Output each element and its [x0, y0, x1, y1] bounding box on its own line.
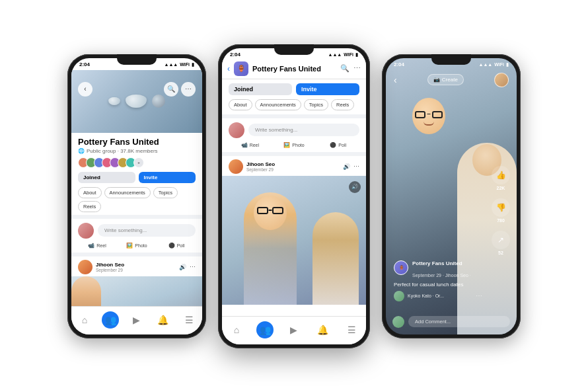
- status-icons-2: ▲▲▲ WiFi ▮: [328, 52, 358, 58]
- tab-reels-1[interactable]: Reels: [78, 201, 101, 212]
- channel-row-3: 🏺 Pottery Fans United September 29 · Jih…: [394, 256, 482, 280]
- bottom-nav-2: ⌂ 👥 ▶ 🔔 ☰: [222, 316, 366, 344]
- back-button-1[interactable]: ‹: [78, 82, 92, 97]
- comment-input-inner-3: Add Comment...: [392, 316, 510, 328]
- like-count-3: 22K: [497, 186, 505, 190]
- globe-icon-1: 🌐: [78, 148, 85, 154]
- nav-groups-1[interactable]: 👥: [102, 311, 119, 329]
- battery-icon-3: ▮: [506, 62, 509, 67]
- bowl-ball-1: [152, 95, 165, 108]
- user-avatar-2: [229, 122, 244, 138]
- nav-bell-1[interactable]: 🔔: [153, 311, 172, 329]
- comment-user-avatar-3: [392, 316, 404, 328]
- tab-about-1[interactable]: About: [78, 187, 102, 198]
- signal-icon-1: ▲▲▲: [164, 62, 178, 67]
- post-header-2: Jihoon Seo September 29 🔊 ⋯: [222, 156, 366, 176]
- sound-icon-1[interactable]: 🔊: [179, 264, 186, 270]
- member-avatar-more: +: [133, 157, 144, 168]
- reel-icon-1: 📹: [88, 243, 94, 249]
- poll-button-2[interactable]: ⚫ Poll: [316, 142, 359, 148]
- nav-home-2[interactable]: ⌂: [227, 321, 246, 339]
- back-button-3[interactable]: ‹: [394, 75, 397, 85]
- write-box-2: Write something...: [222, 118, 366, 142]
- sound-badge-2[interactable]: 🔊: [349, 181, 361, 193]
- dislike-count-3: 780: [497, 218, 505, 223]
- person-silhouette-2b: [312, 212, 359, 305]
- cover-image-1: ‹ 🔍 ⋯: [71, 70, 202, 133]
- create-button-3[interactable]: 📷 Create: [427, 74, 464, 85]
- write-input-2[interactable]: Write something...: [248, 124, 359, 136]
- feed-post-2: Jihoon Seo September 29 🔊 ⋯: [222, 156, 366, 316]
- signal-icon-2: ▲▲▲: [328, 52, 342, 57]
- nav-menu-1[interactable]: ☰: [180, 311, 198, 329]
- comment-input-bar-3: Add Comment...: [386, 316, 517, 328]
- caption-3: Perfect for casual lunch dates: [394, 282, 482, 288]
- nav-video-1[interactable]: ▶: [127, 311, 145, 329]
- like-button-3[interactable]: 👍: [492, 166, 510, 184]
- poster-avatar-2: [229, 159, 243, 174]
- user-avatar-3[interactable]: [494, 73, 509, 87]
- comment-input-3[interactable]: Add Comment...: [408, 316, 510, 327]
- poster-date-1: September 29: [96, 268, 124, 272]
- more-button-1[interactable]: ⋯: [181, 82, 196, 97]
- camera-icon-3: 📷: [433, 77, 440, 83]
- tab-about-2[interactable]: About: [229, 99, 252, 110]
- photo-icon-2: 🖼️: [283, 142, 290, 148]
- share-button-3[interactable]: ↗: [492, 231, 510, 249]
- status-time-3: 2:04: [394, 61, 404, 67]
- dislike-button-3[interactable]: 👎: [492, 198, 510, 217]
- bottom-nav-1: ⌂ 👥 ▶ 🔔 ☰: [71, 306, 202, 334]
- search-icon-2[interactable]: 🔍: [340, 64, 349, 73]
- post-icons-1: 🔊 ⋯: [179, 264, 196, 270]
- header-nav-1: ‹ 🔍 ⋯: [71, 82, 202, 97]
- more-icon-2[interactable]: ⋯: [353, 64, 361, 73]
- right-actions-3: 👍 22K 👎 780 ↗ 52: [492, 166, 510, 255]
- joined-button-2[interactable]: Joined: [229, 83, 292, 95]
- action-buttons-1: Joined Invite: [78, 172, 196, 183]
- video-top-bar-3: ‹ 📷 Create: [386, 70, 517, 90]
- profile-section-1: Pottery Fans United 🌐 Public group · 37.…: [71, 133, 202, 215]
- notch-2: [274, 44, 314, 55]
- battery-icon-2: ▮: [355, 52, 358, 58]
- group-title-2: Pottery Fans United: [252, 65, 336, 73]
- channel-avatar-3: 🏺: [394, 260, 408, 275]
- tab-announcements-2[interactable]: Announcements: [255, 99, 301, 110]
- reel-button-2[interactable]: 📹 Reel: [229, 142, 272, 148]
- invite-button-1[interactable]: Invite: [139, 172, 196, 183]
- invite-button-2[interactable]: Invite: [296, 83, 359, 95]
- nav-menu-2[interactable]: ☰: [342, 321, 361, 339]
- status-bar-3: 2:04 ▲▲▲ WiFi ▮: [386, 58, 517, 70]
- post-preview-1: Jihoon Seo September 29 🔊 ⋯: [71, 256, 202, 306]
- nav-bell-2[interactable]: 🔔: [313, 321, 332, 339]
- post-actions-1: 📹 Reel 🖼️ Photo ⚫ Poll: [71, 243, 202, 253]
- search-button-1[interactable]: 🔍: [164, 82, 178, 97]
- more-icon-post-2[interactable]: ⋯: [353, 163, 359, 170]
- post-actions-2: 📹 Reel 🖼️ Photo ⚫ Poll: [222, 142, 366, 152]
- photo-button-2[interactable]: 🖼️ Photo: [273, 142, 316, 148]
- nav-home-1[interactable]: ⌂: [75, 311, 94, 329]
- scene: 2:04 ▲▲▲ WiFi ▮ ‹ 🔍 ⋯: [0, 0, 588, 392]
- tab-reels-2[interactable]: Reels: [331, 99, 354, 110]
- dislike-action-3: 👎 780: [492, 198, 510, 223]
- wifi-icon-1: WiFi: [180, 62, 190, 67]
- sound-icon-2[interactable]: 🔊: [343, 163, 350, 170]
- wifi-icon-2: WiFi: [344, 52, 353, 57]
- nav-video-2[interactable]: ▶: [284, 321, 303, 339]
- tab-topics-2[interactable]: Topics: [304, 99, 328, 110]
- top-bar-2: ‹ 🏺 Pottery Fans United 🔍 ⋯: [222, 60, 366, 79]
- user-avatar-1: [78, 223, 94, 239]
- write-input-1[interactable]: Write something...: [98, 224, 196, 237]
- joined-button-1[interactable]: Joined: [78, 172, 135, 183]
- member-avatars-1: +: [78, 157, 196, 168]
- photo-button-1[interactable]: 🖼️ Photo: [118, 243, 156, 249]
- tab-topics-1[interactable]: Topics: [153, 187, 178, 198]
- reel-button-1[interactable]: 📹 Reel: [78, 243, 116, 249]
- comment-more-3[interactable]: ⋯: [476, 292, 482, 299]
- more-icon-1[interactable]: ⋯: [190, 264, 196, 270]
- bowl-small-1: [108, 97, 120, 105]
- back-button-2[interactable]: ‹: [227, 64, 230, 73]
- poll-button-1[interactable]: ⚫ Poll: [157, 243, 196, 249]
- post-photo-2: 🔊: [222, 176, 366, 305]
- nav-groups-2[interactable]: 👥: [256, 321, 274, 338]
- tab-announcements-1[interactable]: Announcements: [104, 187, 151, 198]
